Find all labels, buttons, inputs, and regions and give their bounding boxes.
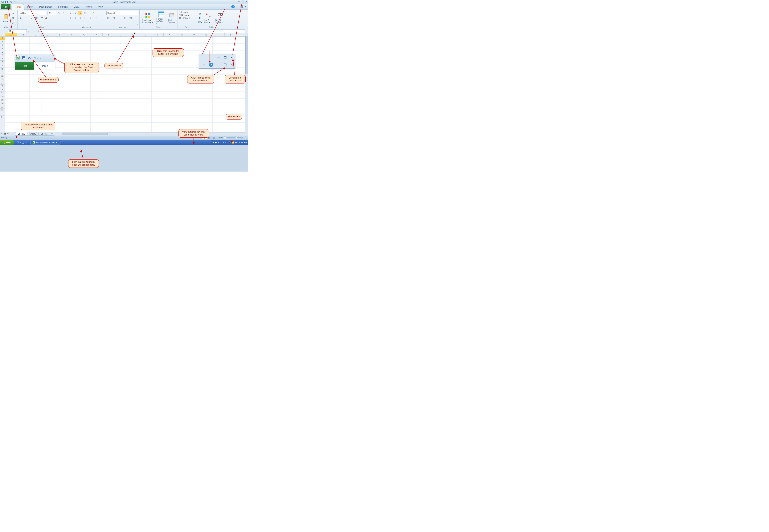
svg-line-43	[233, 4, 242, 55]
callout-close-workbook: Click here to close this workbook.	[187, 75, 214, 83]
callout-sheets: This workbook contains three worksheets.	[21, 122, 55, 130]
svg-marker-46	[231, 141, 233, 143]
svg-marker-51	[80, 150, 82, 152]
callout-undo: Undo command	[38, 77, 59, 83]
callout-close-excel: Click here to close Excel.	[225, 75, 245, 83]
svg-line-30	[8, 4, 16, 56]
svg-line-39	[213, 67, 225, 75]
callout-qat: Click here to add more commands to the Q…	[64, 62, 99, 73]
svg-marker-42	[232, 59, 234, 61]
callout-help: Click here to open the Excel Help window…	[152, 48, 184, 57]
callout-zoom: Zoom slider	[226, 114, 242, 120]
callout-mouse: Mouse pointer	[104, 63, 123, 68]
svg-line-44	[202, 9, 225, 55]
callout-view: View buttons; currently set to Normal Vi…	[178, 129, 209, 138]
svg-line-41	[233, 59, 234, 75]
svg-line-31	[28, 4, 53, 56]
callout-files: Files that are currently open will appea…	[68, 159, 99, 168]
svg-marker-48	[193, 142, 195, 144]
svg-line-36	[117, 35, 133, 63]
svg-line-32	[34, 60, 46, 77]
svg-line-34	[54, 58, 66, 64]
svg-marker-38	[209, 61, 211, 63]
